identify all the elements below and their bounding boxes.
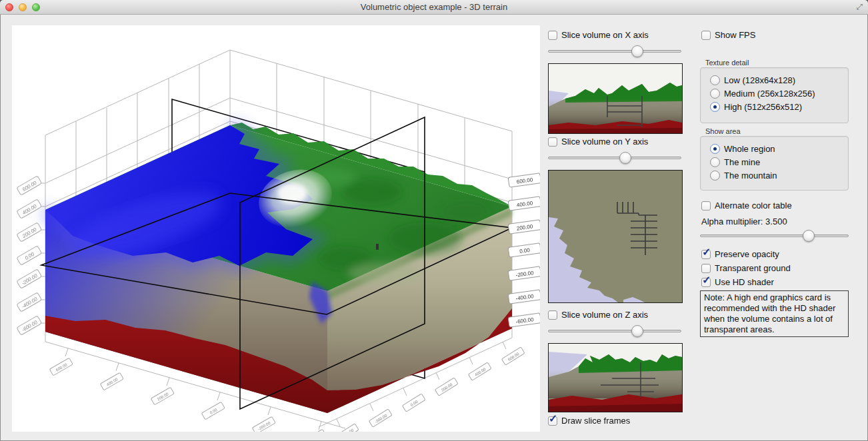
slice-x-slider-track[interactable]	[548, 50, 681, 53]
radio-texture-high-label[interactable]: High (512x256x512)	[724, 102, 802, 112]
transparent-ground-checkbox[interactable]: Transparent ground	[701, 263, 791, 273]
radio-texture-low[interactable]: Low (128x64x128)	[710, 75, 848, 85]
slice-y-slider-track[interactable]	[548, 157, 681, 159]
slice-y-checkbox-label[interactable]: Slice volume on Y axis	[561, 137, 648, 147]
alpha-multiplier-label: Alpha multiplier: 3.500	[701, 217, 787, 226]
radio-texture-low-label[interactable]: Low (128x64x128)	[724, 75, 795, 85]
titlebar: Volumetric object example - 3D terrain ⤢	[0, 0, 868, 15]
alternate-color-table-checkbox-label[interactable]: Alternate color table	[715, 201, 792, 211]
draw-slice-frames-checkbox-box[interactable]	[548, 416, 557, 426]
radio-texture-medium-label[interactable]: Medium (256x128x256)	[724, 89, 815, 99]
slice-y-checkbox[interactable]: Slice volume on Y axis	[548, 137, 648, 147]
preserve-opacity-checkbox-label[interactable]: Preserve opacity	[715, 249, 779, 259]
use-hd-shader-checkbox-label[interactable]: Use HD shader	[715, 277, 774, 287]
radio-area-the-mountain[interactable]: The mountain	[710, 171, 848, 181]
radio-area-the-mountain-label[interactable]: The mountain	[724, 171, 777, 181]
alternate-color-table-checkbox[interactable]: Alternate color table	[701, 201, 792, 211]
radio-texture-medium[interactable]: Medium (256x128x256)	[710, 89, 848, 99]
radio-area-the-mountain-dot[interactable]	[710, 171, 720, 181]
x-slice-preview	[548, 63, 683, 134]
radio-area-whole-region[interactable]: Whole region	[710, 144, 848, 154]
alpha-multiplier-slider-knob[interactable]	[803, 230, 815, 242]
slice-y-slider[interactable]	[548, 152, 681, 164]
z-slice-preview	[548, 343, 683, 412]
alternate-color-table-checkbox-box[interactable]	[701, 201, 711, 211]
radio-texture-high[interactable]: High (512x256x512)	[710, 102, 848, 112]
radio-texture-low-dot[interactable]	[710, 75, 720, 85]
texture-detail-group: Low (128x64x128) Medium (256x128x256) Hi…	[700, 67, 849, 123]
show-fps-checkbox-box[interactable]	[701, 31, 711, 40]
transparent-ground-checkbox-box[interactable]	[701, 264, 711, 273]
slice-x-slider-knob[interactable]	[631, 45, 643, 57]
show-fps-checkbox[interactable]: Show FPS	[701, 30, 755, 40]
window-title: Volumetric object example - 3D terrain	[0, 2, 868, 12]
slice-z-slider[interactable]	[548, 325, 681, 337]
radio-texture-medium-dot[interactable]	[710, 89, 720, 99]
app-window: Volumetric object example - 3D terrain ⤢	[0, 0, 868, 441]
slice-z-slider-track[interactable]	[548, 330, 681, 332]
y-slice-preview	[548, 170, 683, 303]
terrain-3d-viewport[interactable]: 600.00 400.00 200.00 0.00 -200.00 -400.0…	[12, 25, 540, 432]
slice-z-checkbox-label[interactable]: Slice volume on Z axis	[561, 310, 648, 320]
slice-x-checkbox-label[interactable]: Slice volume on X axis	[561, 30, 649, 40]
draw-slice-frames-checkbox-label[interactable]: Draw slice frames	[561, 416, 630, 426]
y-axis-left-labels: 600.00 400.00 200.00 0.00 -200.00 -400.0…	[17, 176, 42, 335]
show-area-group-label: Show area	[705, 127, 741, 135]
transparent-ground-checkbox-label[interactable]: Transparent ground	[715, 263, 791, 273]
preserve-opacity-checkbox-box[interactable]	[701, 250, 711, 259]
slice-x-checkbox-box[interactable]	[548, 31, 557, 40]
alpha-multiplier-slider-track[interactable]	[700, 234, 849, 237]
draw-slice-frames-checkbox[interactable]: Draw slice frames	[548, 416, 630, 426]
radio-texture-high-dot[interactable]	[710, 102, 720, 112]
slice-z-slider-knob[interactable]	[631, 325, 643, 337]
terrain-volume	[45, 123, 512, 413]
show-fps-checkbox-label[interactable]: Show FPS	[715, 30, 755, 40]
radio-area-the-mine[interactable]: The mine	[710, 157, 848, 167]
slice-y-checkbox-box[interactable]	[548, 137, 557, 147]
radio-area-the-mine-dot[interactable]	[710, 157, 720, 167]
terrain-3d-scene: 600.00 400.00 200.00 0.00 -200.00 -400.0…	[12, 25, 540, 432]
use-hd-shader-checkbox[interactable]: Use HD shader	[701, 277, 774, 287]
alpha-multiplier-slider[interactable]	[700, 230, 849, 242]
radio-area-whole-region-label[interactable]: Whole region	[724, 144, 775, 154]
slice-y-slider-knob[interactable]	[619, 152, 631, 164]
slice-x-checkbox[interactable]: Slice volume on X axis	[548, 30, 649, 40]
slice-z-checkbox[interactable]: Slice volume on Z axis	[548, 310, 648, 320]
radio-area-whole-region-dot[interactable]	[710, 144, 720, 154]
radio-area-the-mine-label[interactable]: The mine	[724, 157, 760, 167]
hd-shader-note: Note: A high end graphics card is recomm…	[700, 290, 849, 337]
texture-detail-group-label: Texture detail	[705, 59, 749, 67]
use-hd-shader-checkbox-box[interactable]	[701, 278, 711, 287]
slice-z-checkbox-box[interactable]	[548, 310, 557, 320]
show-area-group: Whole region The mine The mountain	[700, 136, 849, 191]
fullscreen-icon[interactable]: ⤢	[856, 2, 863, 11]
y-axis-right-labels: 600.00 400.00 200.00 0.00 -200.00 -400.0…	[508, 173, 540, 328]
slice-x-slider[interactable]	[548, 45, 681, 57]
preserve-opacity-checkbox[interactable]: Preserve opacity	[701, 249, 779, 259]
